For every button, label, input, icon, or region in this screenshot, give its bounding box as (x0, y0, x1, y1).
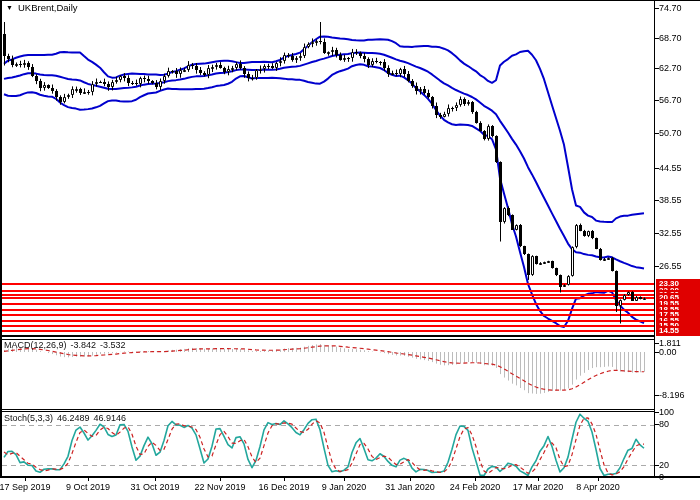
macd-indicator-label: MACD(12,26,9) (4, 340, 67, 350)
macd-value-signal: -3.532 (100, 340, 126, 350)
price-tick-label: 26.55 (659, 261, 682, 271)
date-tick-label: 9 Jan 2020 (312, 482, 376, 492)
price-tick-label: 44.55 (659, 163, 682, 173)
price-level-label: 14.55 (656, 326, 700, 336)
price-tick-label: 62.70 (659, 63, 682, 73)
stoch-value-main: 46.2489 (57, 413, 90, 423)
stoch-tick-label: 20 (659, 460, 669, 470)
stoch-header: Stoch(5,3,3)46.248946.9146 (4, 413, 130, 423)
symbol-timeframe-label: UKBrent,Daily (18, 2, 78, 13)
price-tick-label: 68.70 (659, 33, 682, 43)
date-tick-label: 31 Oct 2019 (123, 482, 187, 492)
date-tick-label: 17 Sep 2019 (0, 482, 57, 492)
collapse-triangle-icon[interactable]: ▼ (6, 4, 13, 11)
date-tick-label: 17 Mar 2020 (506, 482, 570, 492)
trading-chart-window: ▼UKBrent,Daily MACD(12,26,9)-3.842-3.532… (0, 0, 700, 500)
macd-tick-label: -8.196 (659, 390, 685, 400)
date-tick-label: 22 Nov 2019 (188, 482, 252, 492)
stoch-tick-label: 80 (659, 419, 669, 429)
chart-title-bar: ▼UKBrent,Daily (6, 2, 78, 13)
price-tick-label: 50.70 (659, 128, 682, 138)
date-tick-label: 9 Oct 2019 (56, 482, 120, 492)
stoch-tick-label: 100 (659, 407, 674, 417)
macd-value-main: -3.842 (71, 340, 97, 350)
price-chart-canvas[interactable] (0, 0, 700, 500)
stoch-tick-label: 0 (659, 472, 664, 482)
stoch-indicator-label: Stoch(5,3,3) (4, 413, 53, 423)
date-tick-label: 16 Dec 2019 (252, 482, 316, 492)
date-tick-label: 8 Apr 2020 (566, 482, 630, 492)
price-tick-label: 38.55 (659, 195, 682, 205)
date-tick-label: 24 Feb 2020 (443, 482, 507, 492)
stoch-value-signal: 46.9146 (94, 413, 127, 423)
macd-header: MACD(12,26,9)-3.842-3.532 (4, 340, 130, 350)
price-tick-label: 74.70 (659, 3, 682, 13)
macd-tick-label: 0.00 (659, 347, 677, 357)
price-tick-label: 56.70 (659, 95, 682, 105)
date-tick-label: 31 Jan 2020 (378, 482, 442, 492)
price-tick-label: 32.55 (659, 228, 682, 238)
